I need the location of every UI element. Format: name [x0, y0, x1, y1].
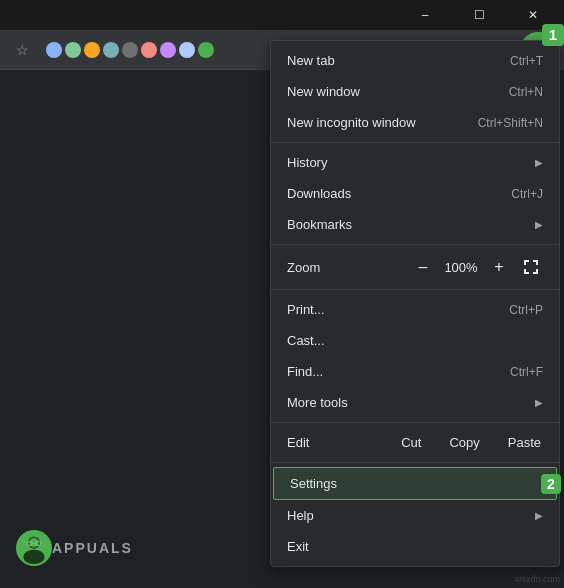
menu-item-bookmarks[interactable]: Bookmarks ▶ [271, 209, 559, 240]
divider-4 [271, 422, 559, 423]
cast-label: Cast... [287, 333, 543, 348]
menu-item-history[interactable]: History ▶ [271, 147, 559, 178]
new-tab-shortcut: Ctrl+T [510, 54, 543, 68]
swatch-orange [84, 42, 100, 58]
paste-button[interactable]: Paste [494, 429, 555, 456]
brand-text: APPUALS [52, 540, 133, 556]
menu-item-incognito[interactable]: New incognito window Ctrl+Shift+N [271, 107, 559, 138]
menu-item-help[interactable]: Help ▶ [271, 500, 559, 531]
new-window-label: New window [287, 84, 509, 99]
menu-item-new-window[interactable]: New window Ctrl+N [271, 76, 559, 107]
swatch-purple [160, 42, 176, 58]
menu-item-cast[interactable]: Cast... [271, 325, 559, 356]
badge-1: 1 [542, 24, 564, 46]
badge-2: 2 [541, 474, 561, 494]
divider-1 [271, 142, 559, 143]
incognito-shortcut: Ctrl+Shift+N [478, 116, 543, 130]
exit-label: Exit [287, 539, 543, 554]
fullscreen-button[interactable] [519, 255, 543, 279]
menu-item-more-tools[interactable]: More tools ▶ [271, 387, 559, 418]
swatch-teal [103, 42, 119, 58]
swatch-brightgreen [198, 42, 214, 58]
color-swatches [42, 42, 218, 58]
dropdown-menu: New tab Ctrl+T New window Ctrl+N New inc… [270, 40, 560, 567]
settings-label: Settings [290, 476, 540, 491]
edit-row: Edit Cut Copy Paste [271, 427, 559, 458]
avatar [16, 530, 52, 566]
menu-item-find[interactable]: Find... Ctrl+F [271, 356, 559, 387]
swatch-gray [122, 42, 138, 58]
divider-3 [271, 289, 559, 290]
copy-button[interactable]: Copy [435, 429, 493, 456]
more-tools-arrow-icon: ▶ [535, 397, 543, 408]
history-arrow-icon: ▶ [535, 157, 543, 168]
bookmarks-label: Bookmarks [287, 217, 527, 232]
cut-button[interactable]: Cut [387, 429, 435, 456]
history-label: History [287, 155, 527, 170]
menu-item-settings[interactable]: Settings [273, 467, 557, 500]
more-tools-label: More tools [287, 395, 527, 410]
help-label: Help [287, 508, 527, 523]
swatch-green [65, 42, 81, 58]
swatch-lightblue [179, 42, 195, 58]
zoom-row: Zoom – 100% + [271, 249, 559, 285]
new-tab-label: New tab [287, 53, 510, 68]
divider-2 [271, 244, 559, 245]
zoom-value: 100% [443, 260, 479, 275]
star-icon[interactable]: ☆ [8, 36, 36, 64]
swatch-red [141, 42, 157, 58]
print-shortcut: Ctrl+P [509, 303, 543, 317]
zoom-plus-button[interactable]: + [487, 255, 511, 279]
menu-item-print[interactable]: Print... Ctrl+P [271, 294, 559, 325]
downloads-label: Downloads [287, 186, 511, 201]
divider-5 [271, 462, 559, 463]
help-arrow-icon: ▶ [535, 510, 543, 521]
swatch-blue [46, 42, 62, 58]
maximize-button[interactable]: ☐ [456, 0, 502, 30]
find-label: Find... [287, 364, 510, 379]
find-shortcut: Ctrl+F [510, 365, 543, 379]
incognito-label: New incognito window [287, 115, 478, 130]
settings-row-wrapper: Settings 2 [271, 467, 559, 500]
svg-point-2 [23, 550, 44, 564]
menu-item-exit[interactable]: Exit [271, 531, 559, 562]
watermark: wsxdn.com [515, 574, 560, 584]
zoom-minus-button[interactable]: – [411, 255, 435, 279]
zoom-label: Zoom [287, 260, 411, 275]
edit-label: Edit [275, 431, 387, 454]
print-label: Print... [287, 302, 509, 317]
window-chrome: – ☐ ✕ [0, 0, 564, 30]
menu-item-downloads[interactable]: Downloads Ctrl+J [271, 178, 559, 209]
bookmarks-arrow-icon: ▶ [535, 219, 543, 230]
minimize-button[interactable]: – [402, 0, 448, 30]
menu-item-new-tab[interactable]: New tab Ctrl+T [271, 45, 559, 76]
zoom-controls: – 100% + [411, 255, 511, 279]
new-window-shortcut: Ctrl+N [509, 85, 543, 99]
downloads-shortcut: Ctrl+J [511, 187, 543, 201]
